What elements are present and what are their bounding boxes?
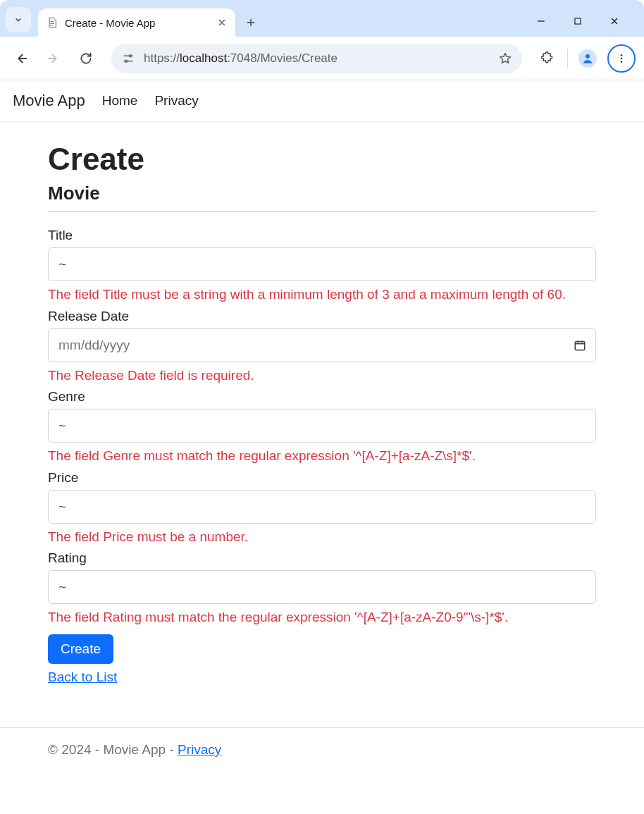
rating-input[interactable] — [48, 570, 596, 604]
url-text: https://localhost:7048/Movies/Create — [144, 51, 490, 66]
site-navbar: Movie App Home Privacy — [0, 80, 644, 122]
rating-error: The field Rating must match the regular … — [48, 608, 596, 627]
genre-label: Genre — [48, 389, 596, 405]
maximize-icon — [573, 16, 583, 26]
reload-button[interactable] — [73, 46, 99, 71]
star-icon — [498, 51, 512, 66]
svg-point-2 — [125, 60, 128, 62]
window-maximize-button[interactable] — [568, 11, 588, 31]
puzzle-icon — [540, 51, 555, 66]
divider — [567, 49, 568, 68]
rating-label: Rating — [48, 550, 596, 566]
svg-point-1 — [130, 54, 132, 56]
browser-toolbar: https://localhost:7048/Movies/Create — [0, 37, 644, 80]
title-input[interactable] — [48, 247, 596, 281]
browser-menu-button[interactable] — [607, 44, 636, 73]
release-date-error: The Release Date field is required. — [48, 366, 596, 386]
arrow-right-icon — [46, 51, 61, 66]
tab-search-button[interactable] — [6, 7, 31, 32]
footer-text: © 2024 - Movie App - — [48, 742, 178, 757]
tab-title: Create - Movie App — [65, 17, 210, 29]
reload-icon — [79, 51, 93, 66]
arrow-left-icon — [13, 51, 29, 66]
title-error: The field Title must be a string with a … — [48, 285, 596, 304]
site-settings-button[interactable] — [121, 51, 135, 66]
svg-point-4 — [621, 54, 623, 56]
plus-icon — [245, 17, 256, 28]
svg-point-5 — [621, 57, 623, 59]
address-bar[interactable]: https://localhost:7048/Movies/Create — [111, 44, 522, 73]
browser-tab[interactable]: Create - Movie App — [38, 8, 235, 37]
create-button[interactable]: Create — [48, 634, 113, 664]
close-icon — [217, 18, 227, 27]
footer-privacy-link[interactable]: Privacy — [178, 742, 221, 757]
price-label: Price — [48, 470, 596, 486]
dots-vertical-icon — [616, 53, 627, 64]
back-button[interactable] — [8, 46, 34, 71]
svg-point-3 — [586, 54, 590, 58]
chevron-down-icon — [13, 15, 23, 25]
person-icon — [581, 52, 594, 65]
window-controls — [531, 11, 638, 31]
bookmark-button[interactable] — [498, 51, 512, 66]
footer: © 2024 - Movie App - Privacy — [0, 727, 644, 772]
genre-input[interactable] — [48, 409, 596, 443]
nav-home[interactable]: Home — [102, 93, 138, 109]
page-title: Create — [48, 142, 596, 177]
sub-title: Movie — [48, 183, 596, 204]
price-input[interactable] — [48, 490, 596, 524]
release-date-input[interactable] — [48, 328, 596, 362]
extensions-button[interactable] — [535, 46, 560, 71]
window-minimize-button[interactable] — [531, 11, 551, 31]
title-label: Title — [48, 228, 596, 243]
tune-icon — [122, 52, 135, 65]
nav-privacy[interactable]: Privacy — [154, 93, 198, 109]
window-close-button[interactable] — [605, 11, 624, 31]
genre-error: The field Genre must match the regular e… — [48, 447, 596, 466]
brand[interactable]: Movie App — [13, 92, 85, 110]
release-date-label: Release Date — [48, 309, 596, 324]
divider — [48, 211, 596, 212]
tab-strip: Create - Movie App — [0, 0, 644, 37]
new-tab-button[interactable] — [238, 10, 264, 35]
svg-rect-0 — [575, 18, 581, 24]
page-favicon-icon — [47, 17, 58, 28]
back-to-list-link[interactable]: Back to List — [48, 670, 117, 685]
close-icon — [609, 16, 620, 27]
forward-button[interactable] — [41, 46, 66, 71]
profile-button[interactable] — [575, 46, 600, 71]
minimize-icon — [535, 16, 547, 27]
tab-close-button[interactable] — [217, 18, 227, 27]
svg-point-6 — [621, 61, 623, 63]
price-error: The field Price must be a number. — [48, 528, 596, 547]
